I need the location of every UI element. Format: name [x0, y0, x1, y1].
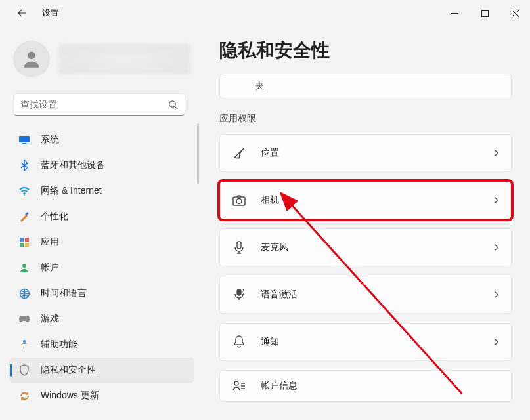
row-label: 通知 [261, 336, 478, 348]
row-microphone[interactable]: 麦克风 [219, 228, 512, 266]
sidebar-item-bluetooth[interactable]: 蓝牙和其他设备 [9, 153, 194, 178]
permission-rows: 位置 相机 麦克风 语音激活 [219, 134, 512, 402]
row-voice-activation[interactable]: 语音激活 [219, 276, 512, 314]
shield-icon [18, 364, 30, 376]
chevron-right-icon [493, 290, 499, 299]
sidebar-item-network[interactable]: 网络 & Internet [9, 178, 194, 203]
row-label: 麦克风 [261, 242, 478, 253]
minimize-button[interactable] [439, 0, 470, 26]
row-camera[interactable]: 相机 [219, 181, 512, 219]
search-input-container[interactable] [13, 93, 185, 116]
row-label: 位置 [261, 147, 478, 159]
row-label: 相机 [261, 194, 478, 206]
partial-row-top[interactable]: 夹 [219, 74, 512, 98]
svg-rect-3 [19, 136, 30, 142]
sidebar-item-personalization[interactable]: 个性化 [9, 204, 194, 229]
chevron-right-icon [493, 337, 499, 346]
camera-icon [232, 193, 246, 207]
sidebar-item-label: 辅助功能 [41, 339, 77, 350]
search-icon [168, 100, 178, 110]
sidebar-item-label: 时间和语言 [41, 287, 87, 299]
sidebar: 系统 蓝牙和其他设备 网络 & Internet 个性化 应用 [0, 26, 197, 420]
search-input[interactable] [20, 99, 163, 110]
app-title: 设置 [42, 7, 59, 19]
sidebar-item-label: 游戏 [41, 313, 59, 325]
maximize-button[interactable] [470, 0, 500, 26]
close-button[interactable] [500, 0, 530, 26]
user-block[interactable] [9, 34, 194, 91]
location-icon [232, 146, 246, 160]
apps-icon [18, 236, 30, 248]
display-icon [18, 134, 30, 146]
sidebar-item-apps[interactable]: 应用 [9, 230, 194, 255]
svg-rect-9 [20, 243, 24, 247]
section-label-app-permissions: 应用权限 [219, 113, 512, 125]
svg-point-15 [236, 199, 242, 204]
svg-point-5 [24, 194, 25, 196]
svg-point-11 [22, 264, 26, 268]
sidebar-item-time-language[interactable]: 时间和语言 [9, 281, 194, 306]
page-title: 隐私和安全性 [219, 38, 512, 63]
user-name-blurred [59, 44, 190, 74]
microphone-icon [232, 240, 246, 255]
titlebar: 设置 [0, 0, 530, 26]
paintbrush-icon [18, 211, 30, 222]
chevron-right-icon [493, 196, 499, 205]
sidebar-item-label: 隐私和安全性 [41, 364, 96, 376]
row-notifications[interactable]: 通知 [219, 323, 512, 361]
person-icon [18, 262, 30, 274]
svg-rect-16 [237, 242, 241, 249]
svg-point-18 [234, 381, 238, 385]
sidebar-item-privacy[interactable]: 隐私和安全性 [9, 358, 194, 383]
sidebar-item-label: 网络 & Internet [41, 185, 102, 197]
chevron-right-icon [493, 243, 499, 252]
account-info-icon [232, 379, 246, 393]
accessibility-icon [18, 339, 30, 350]
chevron-right-icon [493, 148, 499, 158]
window-controls [439, 0, 530, 26]
bell-icon [232, 335, 246, 349]
voice-activation-icon [232, 287, 246, 302]
row-label: 语音激活 [261, 289, 478, 301]
sidebar-item-label: 应用 [41, 236, 59, 248]
svg-rect-0 [481, 10, 488, 16]
main-panel: 隐私和安全性 夹 应用权限 位置 相机 麦克风 [197, 26, 530, 420]
sidebar-item-accessibility[interactable]: 辅助功能 [9, 332, 194, 357]
gamepad-icon [18, 313, 30, 325]
update-icon [18, 390, 30, 402]
globe-clock-icon [18, 287, 30, 299]
row-label: 帐户信息 [261, 380, 499, 392]
bluetooth-icon [18, 159, 30, 171]
sidebar-item-label: Windows 更新 [41, 390, 99, 402]
svg-rect-10 [25, 243, 29, 247]
svg-point-2 [169, 100, 175, 106]
sidebar-item-label: 帐户 [41, 262, 59, 274]
svg-rect-4 [22, 143, 26, 144]
svg-rect-17 [237, 289, 241, 295]
sidebar-item-label: 蓝牙和其他设备 [41, 159, 105, 171]
svg-rect-6 [25, 212, 29, 216]
sidebar-item-label: 个性化 [41, 211, 68, 222]
svg-point-1 [28, 51, 35, 59]
back-button[interactable] [13, 4, 32, 22]
row-account-info[interactable]: 帐户信息 [219, 370, 512, 402]
svg-rect-7 [20, 238, 24, 242]
sidebar-item-accounts[interactable]: 帐户 [9, 255, 194, 280]
sidebar-item-system[interactable]: 系统 [9, 127, 194, 152]
sidebar-item-label: 系统 [41, 134, 59, 146]
sidebar-item-windows-update[interactable]: Windows 更新 [9, 383, 194, 408]
sidebar-item-gaming[interactable]: 游戏 [9, 306, 194, 331]
row-location[interactable]: 位置 [219, 134, 512, 172]
svg-point-13 [23, 340, 26, 343]
wifi-icon [18, 185, 30, 197]
nav-list: 系统 蓝牙和其他设备 网络 & Internet 个性化 应用 [9, 127, 194, 408]
avatar [13, 41, 50, 77]
svg-rect-8 [25, 238, 29, 242]
